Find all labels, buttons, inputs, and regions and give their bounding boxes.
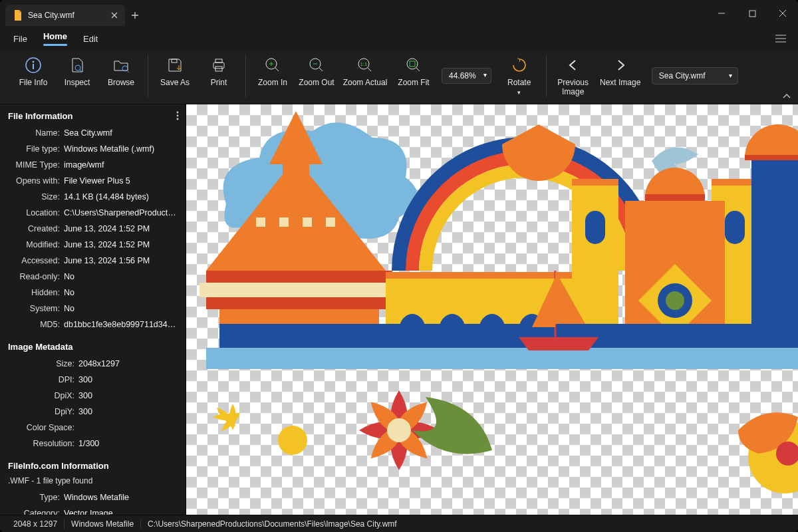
save-as-button[interactable]: Save As (156, 55, 194, 88)
ribbon-label: Zoom Actual (343, 78, 388, 88)
svg-rect-38 (645, 194, 705, 201)
image-select-dropdown[interactable]: Sea City.wmf (652, 67, 738, 84)
menu-bar: File Home Edit (0, 27, 798, 51)
file-icon (13, 10, 23, 21)
menu-edit[interactable]: Edit (76, 30, 104, 48)
window-controls (706, 3, 798, 24)
browse-button[interactable]: Browse (102, 55, 140, 88)
info-row: Location:C:\Users\SharpenedProductio... (0, 205, 186, 221)
title-bar: Sea City.wmf (0, 0, 798, 27)
info-row: Accessed:June 13, 2024 1:56 PM (0, 253, 186, 269)
svg-rect-33 (572, 179, 618, 186)
info-row: DpiY:300 (0, 404, 186, 420)
rotate-icon (510, 56, 529, 74)
info-row: File type:Windows Metafile (.wmf) (0, 141, 186, 157)
svg-rect-43 (745, 155, 798, 160)
zoom-in-button[interactable]: Zoom In (254, 55, 291, 88)
ribbon-label: File Info (19, 78, 48, 88)
svg-rect-37 (725, 211, 745, 244)
fileinfo-subnote: .WMF - 1 file type found (0, 475, 186, 489)
ribbon-label: Rotate▾ (507, 78, 531, 97)
print-button[interactable]: Print (200, 55, 237, 88)
info-row: DpiX:300 (0, 388, 186, 404)
info-row: Hidden:No (0, 285, 186, 301)
info-row: Read-only:No (0, 269, 186, 285)
chevron-left-icon (564, 56, 583, 74)
zoom-fit-icon (404, 56, 423, 74)
svg-point-13 (407, 59, 418, 69)
info-row: Resolution:1/300 (0, 436, 186, 452)
info-row: MD5:db1bbc1fe3e8eb999711d349c... (0, 317, 186, 332)
svg-rect-7 (215, 59, 222, 63)
info-row: Color Space: (0, 420, 186, 436)
rotate-button[interactable]: Rotate▾ (501, 55, 538, 97)
svg-text:1:1: 1:1 (360, 61, 368, 67)
menu-home[interactable]: Home (37, 27, 74, 50)
panel-more-button[interactable] (176, 111, 179, 120)
svg-point-17 (177, 118, 179, 120)
info-row: Size:14.1 KB (14,484 bytes) (0, 189, 186, 205)
zoom-level-select[interactable]: 44.68% (442, 68, 491, 84)
ribbon-label: Save As (160, 78, 190, 88)
status-format: Windows Metafile (65, 519, 141, 529)
tab-close-button[interactable] (109, 10, 120, 21)
ribbon-label: Browse (108, 78, 134, 88)
chevron-right-icon (611, 56, 630, 74)
document-tab[interactable]: Sea City.wmf (5, 5, 125, 26)
svg-point-49 (278, 426, 307, 455)
close-window-button[interactable] (767, 3, 798, 24)
zoom-in-icon (263, 56, 282, 74)
svg-rect-29 (326, 217, 335, 227)
svg-rect-44 (751, 160, 798, 327)
svg-rect-14 (410, 61, 415, 66)
image-viewport[interactable] (186, 104, 798, 515)
ribbon-label: Next Image (600, 78, 640, 88)
info-row: Opens with:File Viewer Plus 5 (0, 173, 186, 189)
svg-rect-5 (172, 59, 177, 63)
info-row: System:No (0, 301, 186, 317)
inspect-button[interactable]: Inspect (59, 55, 96, 88)
svg-rect-45 (219, 324, 798, 348)
svg-point-15 (177, 112, 179, 114)
ribbon-label: Previous Image (555, 78, 592, 97)
collapse-ribbon-button[interactable] (782, 93, 791, 100)
next-image-button[interactable]: Next Image (598, 55, 642, 88)
info-row: MIME Type:image/wmf (0, 157, 186, 173)
info-row: Modified:June 13, 2024 1:52 PM (0, 237, 186, 253)
zoom-out-button[interactable]: Zoom Out (298, 55, 335, 88)
status-bar: 2048 x 1297 Windows Metafile C:\Users\Sh… (0, 515, 798, 532)
print-icon (209, 56, 228, 74)
svg-rect-26 (256, 217, 265, 227)
ribbon-label: Print (211, 78, 227, 88)
svg-rect-28 (303, 217, 312, 227)
save-icon (166, 56, 184, 74)
menu-overflow-button[interactable] (770, 28, 791, 49)
svg-point-50 (387, 418, 411, 442)
maximize-button[interactable] (737, 3, 767, 24)
svg-point-2 (33, 61, 35, 63)
menu-file[interactable]: File (7, 30, 34, 48)
tab-title: Sea City.wmf (28, 11, 104, 20)
svg-point-42 (666, 291, 684, 310)
svg-rect-36 (712, 179, 758, 186)
previous-image-button[interactable]: Previous Image (555, 55, 592, 97)
chevron-down-icon: ▾ (517, 89, 521, 96)
status-dimensions: 2048 x 1297 (7, 519, 65, 529)
minimize-button[interactable] (706, 3, 737, 24)
svg-rect-24 (206, 297, 392, 309)
zoom-fit-button[interactable]: Zoom Fit (395, 55, 432, 88)
file-info-button[interactable]: File Info (15, 55, 52, 88)
svg-point-16 (177, 115, 179, 117)
ribbon-label: Inspect (65, 78, 90, 88)
svg-rect-32 (572, 184, 618, 324)
ribbon-label: Zoom Fit (398, 78, 429, 88)
zoom-out-icon (307, 56, 326, 74)
svg-rect-23 (200, 283, 399, 297)
svg-rect-34 (585, 211, 605, 244)
svg-rect-31 (386, 272, 572, 279)
panel-title-file-info: File Information (8, 111, 73, 121)
svg-point-3 (75, 65, 80, 70)
info-row: Name:Sea City.wmf (0, 125, 186, 141)
zoom-actual-button[interactable]: 1:1 Zoom Actual (342, 55, 388, 88)
new-tab-button[interactable] (125, 11, 145, 19)
